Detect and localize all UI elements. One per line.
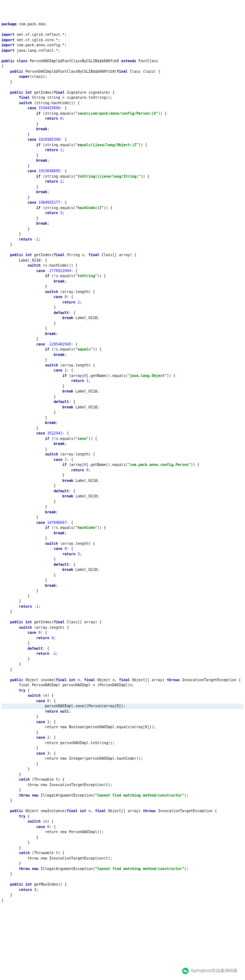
code-block: package com.pack.dao; import net.sf.cgli…: [2, 22, 243, 903]
